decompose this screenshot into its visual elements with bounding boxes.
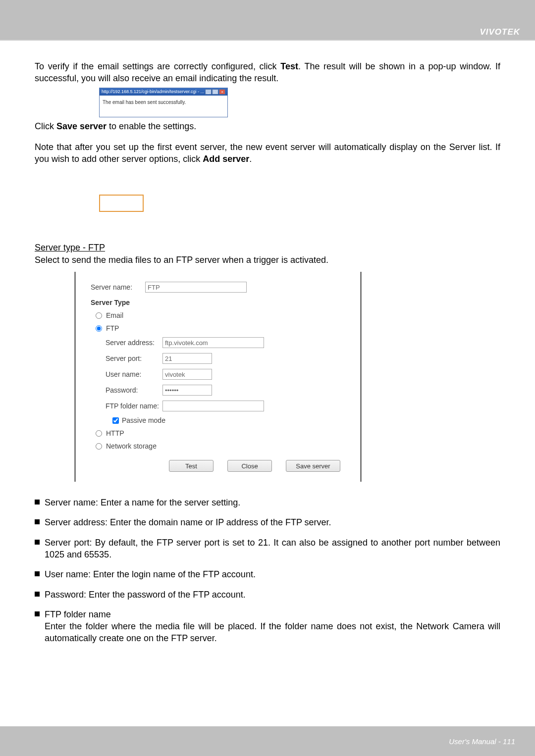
radio-ftp-row: FTP bbox=[91, 324, 345, 332]
bullet-password: Password: Enter the password of the FTP … bbox=[35, 589, 500, 601]
close-button[interactable]: Close bbox=[227, 460, 272, 472]
server-name-label: Server name: bbox=[91, 283, 145, 291]
radio-http-label: HTTP bbox=[106, 429, 124, 437]
square-bullet-icon bbox=[35, 592, 40, 597]
radio-http-row: HTTP bbox=[91, 429, 345, 437]
server-port-label: Server port: bbox=[91, 354, 162, 362]
bullet-text: Server address: Enter the domain name or… bbox=[45, 516, 500, 528]
button-row: Test Close Save server bbox=[91, 460, 345, 472]
server-port-input[interactable] bbox=[162, 353, 212, 364]
popup-body-text: The email has been sent successfully. bbox=[100, 96, 227, 117]
square-bullet-icon bbox=[35, 519, 40, 524]
ftp-folder-row: FTP folder name: bbox=[91, 401, 345, 411]
close-icon: × bbox=[219, 89, 225, 95]
ftp-folder-input[interactable] bbox=[162, 401, 264, 411]
password-input[interactable] bbox=[162, 385, 212, 396]
header-bar: VIVOTEK bbox=[0, 0, 535, 40]
radio-http[interactable] bbox=[96, 430, 102, 437]
bullet-server-address: Server address: Enter the domain name or… bbox=[35, 516, 500, 528]
bullet-text: Password: Enter the password of the FTP … bbox=[45, 589, 500, 601]
brand-label: VIVOTEK bbox=[480, 27, 520, 37]
click-save-paragraph: Click Save server to enable the settings… bbox=[35, 120, 500, 132]
password-row: Password: bbox=[91, 385, 345, 396]
radio-network-storage[interactable] bbox=[96, 443, 102, 450]
server-name-row: Server name: bbox=[91, 282, 345, 293]
user-name-input[interactable] bbox=[162, 369, 212, 380]
bullet-server-port: Server port: By default, the FTP server … bbox=[35, 537, 500, 561]
bullet-text: User name: Enter the login name of the F… bbox=[45, 568, 500, 580]
radio-ftp[interactable] bbox=[96, 325, 102, 332]
bullet-list: Server name: Enter a name for the server… bbox=[35, 497, 500, 645]
square-bullet-icon bbox=[35, 611, 40, 616]
intro-text: To verify if the email settings are corr… bbox=[35, 61, 280, 71]
passive-label: Passive mode bbox=[122, 416, 165, 424]
bullet-ftp-folder: FTP folder name Enter the folder where t… bbox=[35, 608, 500, 645]
bullet-server-name: Server name: Enter a name for the server… bbox=[35, 497, 500, 508]
popup-title-text: http://192.168.5.121/cgi-bin/admin/tests… bbox=[102, 89, 204, 94]
popup-window: http://192.168.5.121/cgi-bin/admin/tests… bbox=[99, 88, 228, 117]
note-paragraph: Note that after you set up the first eve… bbox=[35, 141, 500, 165]
highlight-box bbox=[99, 195, 144, 212]
radio-ns-label: Network storage bbox=[106, 442, 157, 450]
bullet-user-name: User name: Enter the login name of the F… bbox=[35, 568, 500, 580]
maximize-icon: □ bbox=[212, 89, 218, 95]
intro-paragraph: To verify if the email settings are corr… bbox=[35, 60, 500, 85]
window-buttons: _□× bbox=[205, 89, 225, 95]
bullet-text: Server port: By default, the FTP server … bbox=[45, 537, 500, 561]
square-bullet-icon bbox=[35, 540, 40, 545]
radio-email-label: Email bbox=[106, 311, 123, 319]
note-text-a: Note that after you set up the first eve… bbox=[35, 142, 500, 164]
click-text-a: Click bbox=[35, 121, 56, 131]
square-bullet-icon bbox=[35, 571, 40, 576]
radio-ns-row: Network storage bbox=[91, 442, 345, 450]
popup-titlebar: http://192.168.5.121/cgi-bin/admin/tests… bbox=[100, 88, 227, 96]
passive-row: Passive mode bbox=[91, 416, 345, 424]
radio-ftp-label: FTP bbox=[106, 324, 119, 332]
section-title: Server type - FTP bbox=[35, 242, 500, 253]
footer-bar: User's Manual - 111 bbox=[0, 726, 535, 756]
minimize-icon: _ bbox=[205, 89, 212, 95]
password-label: Password: bbox=[91, 386, 162, 394]
ftp-folder-label: FTP folder name: bbox=[91, 402, 162, 410]
click-save-word: Save server bbox=[56, 121, 107, 131]
click-text-c: to enable the settings. bbox=[107, 121, 196, 131]
intro-test-word: Test bbox=[280, 61, 298, 71]
server-port-row: Server port: bbox=[91, 353, 345, 364]
save-server-button[interactable]: Save server bbox=[286, 460, 340, 472]
footer-text: User's Manual - 111 bbox=[449, 737, 515, 746]
bullet-ftp-folder-title: FTP folder name bbox=[45, 609, 111, 619]
bullet-text: FTP folder name Enter the folder where t… bbox=[45, 608, 500, 645]
test-button[interactable]: Test bbox=[169, 460, 214, 472]
user-name-row: User name: bbox=[91, 369, 345, 380]
server-address-label: Server address: bbox=[91, 339, 162, 347]
passive-checkbox[interactable] bbox=[112, 417, 119, 424]
bullet-ftp-folder-desc: Enter the folder where the media file wi… bbox=[45, 621, 500, 643]
ftp-form: Server name: Server Type Email FTP Serve… bbox=[74, 272, 362, 482]
user-name-label: User name: bbox=[91, 370, 162, 378]
server-address-input[interactable] bbox=[162, 337, 264, 348]
section-desc: Select to send the media files to an FTP… bbox=[35, 254, 500, 266]
radio-email[interactable] bbox=[96, 312, 102, 319]
note-addserver-word: Add server bbox=[203, 154, 249, 164]
server-address-row: Server address: bbox=[91, 337, 345, 348]
bullet-text: Server name: Enter a name for the server… bbox=[45, 497, 500, 508]
server-type-heading: Server Type bbox=[91, 299, 345, 306]
server-name-input[interactable] bbox=[145, 282, 247, 293]
radio-email-row: Email bbox=[91, 311, 345, 319]
square-bullet-icon bbox=[35, 500, 40, 504]
note-text-c: . bbox=[249, 154, 252, 164]
